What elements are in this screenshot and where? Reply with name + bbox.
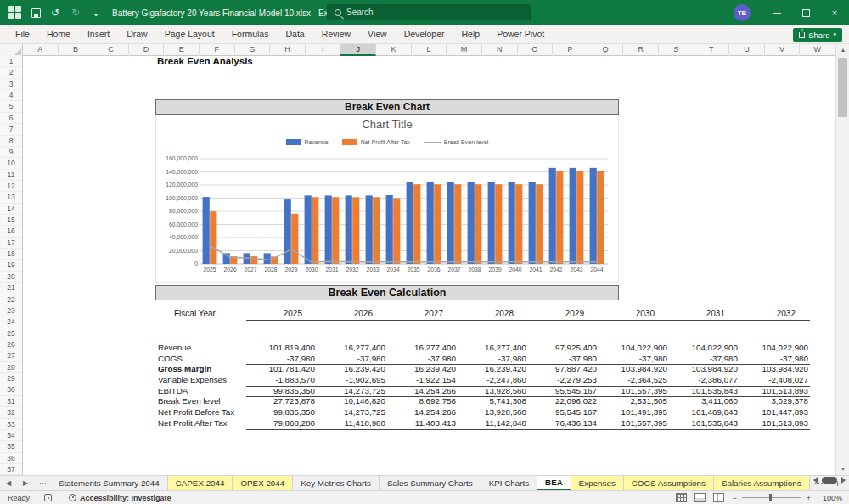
cell-variable-expenses-2031[interactable]: -2,386,077 [669,375,739,387]
cell-variable-expenses-2025[interactable]: -1,883,570 [246,375,317,387]
column-header-R[interactable]: R [623,44,659,56]
normal-view-icon[interactable] [676,493,687,502]
npat-bar-2033[interactable] [373,197,380,264]
cell-revenue-2026[interactable]: 16,277,400 [317,343,387,354]
cell-variable-expenses-2028[interactable]: -2,247,860 [458,375,528,387]
chart-title[interactable]: Chart Title [155,118,619,131]
column-header-S[interactable]: S [659,44,694,56]
restore-button[interactable] [791,0,820,25]
cell-break-even-level-2025[interactable]: 27,723,878 [246,396,317,407]
cell-net-profit-before-tax-2032[interactable]: 101,447,893 [739,407,810,418]
cell-gross-margin-2032[interactable]: 103,984,920 [739,364,810,375]
excel-logo-icon[interactable] [8,6,23,20]
row-header-37[interactable]: 37 [0,464,22,475]
year-header-2029[interactable]: 2029 [528,308,599,321]
cell-variable-expenses-2032[interactable]: -2,408,027 [739,375,810,387]
cell-ebitda-2029[interactable]: 95,545,167 [528,386,599,398]
revenue-bar-2030[interactable] [305,195,312,264]
column-header-U[interactable]: U [729,44,765,56]
all-sheets-icon[interactable]: ⋯ [34,476,51,490]
revenue-bar-2039[interactable] [488,182,495,264]
sheet-tab-cogs-assumptions[interactable]: COGS Assumptions [624,476,714,490]
ribbon-tab-power-pivot[interactable]: Power Pivot [488,25,553,43]
cell-variable-expenses-2030[interactable]: -2,364,525 [599,375,669,387]
cell-ebitda-2031[interactable]: 101,535,843 [669,386,739,398]
cell-net-profit-before-tax-2030[interactable]: 101,491,395 [599,407,669,418]
row-header-30[interactable]: 30 [0,384,22,395]
scroll-down-icon[interactable]: ▼ [836,463,849,475]
column-header-N[interactable]: N [482,44,518,56]
row-label-cogs[interactable]: COGS [158,354,246,366]
year-header-2030[interactable]: 2030 [599,308,669,321]
row-header-6[interactable]: 6 [0,113,22,124]
row-header-31[interactable]: 31 [0,396,22,407]
scroll-up-icon[interactable]: ▲ [836,44,849,56]
vertical-scrollbar[interactable]: ▲ ▼ [835,44,849,475]
row-header-19[interactable]: 19 [0,260,22,271]
row-label-net-profit-after-tax[interactable]: Net Profit After Tax [158,418,246,430]
ribbon-tab-developer[interactable]: Developer [396,25,453,43]
cell-gross-margin-2027[interactable]: 16,239,420 [387,364,458,375]
zoom-slider[interactable] [742,497,801,498]
accessibility-status[interactable]: Accessibility: Investigate [80,494,171,502]
cell-revenue-2025[interactable]: 101,819,400 [246,343,317,354]
column-header-F[interactable]: F [200,44,235,56]
revenue-bar-2038[interactable] [468,182,475,264]
cell-net-profit-after-tax-2026[interactable]: 11,418,980 [317,418,387,430]
cell-net-profit-after-tax-2029[interactable]: 76,436,134 [528,418,599,430]
npat-bar-2040[interactable] [515,184,522,264]
cell-cogs-2025[interactable]: -37,980 [246,354,317,366]
zoom-slider-thumb[interactable] [769,494,772,501]
row-header-32[interactable]: 32 [0,407,22,418]
cell-revenue-2028[interactable]: 16,277,400 [458,343,528,354]
npat-bar-2044[interactable] [597,171,604,264]
npat-bar-2037[interactable] [454,184,461,264]
row-header-25[interactable]: 25 [0,328,22,339]
revenue-bar-2032[interactable] [346,195,352,264]
cell-net-profit-before-tax-2027[interactable]: 14,254,266 [387,407,458,418]
cell-break-even-level-2031[interactable]: 3,411,060 [669,396,739,407]
horizontal-scrollbar-thumb[interactable] [822,477,837,484]
cell-revenue-2031[interactable]: 104,022,900 [669,343,739,354]
row-header-3[interactable]: 3 [0,79,22,90]
npat-bar-2039[interactable] [495,184,502,264]
row-label-gross-margin[interactable]: Gross Margin [158,364,246,375]
sheet-tab-bea[interactable]: BEA [537,476,571,490]
npat-bar-2038[interactable] [475,184,481,264]
sheet-tab-salaries-assumptions[interactable]: Salaries Assumptions [714,476,810,490]
row-label-variable-expenses[interactable]: Variable Expenses [158,375,246,387]
avatar[interactable]: TB [734,4,751,21]
close-button[interactable]: × [820,0,849,25]
customize-qat-icon[interactable]: ⌄ [90,7,102,19]
row-header-12[interactable]: 12 [0,181,22,192]
row-header-35[interactable]: 35 [0,441,22,452]
cell-ebitda-2027[interactable]: 14,254,266 [387,386,458,398]
cell-break-even-level-2028[interactable]: 5,741,308 [458,396,528,407]
cell-cogs-2028[interactable]: -37,980 [458,354,528,366]
column-header-Q[interactable]: Q [588,44,624,56]
npat-bar-2025[interactable] [210,211,216,264]
column-header-D[interactable]: D [129,44,165,56]
npat-bar-2041[interactable] [536,184,543,264]
scroll-right-icon[interactable] [841,477,846,484]
column-header-B[interactable]: B [59,44,94,56]
page-layout-view-icon[interactable] [694,493,706,502]
horizontal-scrollbar[interactable] [813,477,846,484]
minimize-button[interactable] [762,0,791,25]
zoom-in-icon[interactable]: + [807,494,811,502]
row-header-1[interactable]: 1 [0,56,22,67]
cell-break-even-level-2029[interactable]: 22,096,022 [528,396,599,407]
sheet-tab-kpi-charts[interactable]: KPI Charts [481,476,537,490]
npat-bar-2043[interactable] [576,171,583,264]
npat-bar-2029[interactable] [291,214,298,264]
ribbon-tab-draw[interactable]: Draw [118,25,156,43]
revenue-bar-2043[interactable] [570,168,576,264]
row-header-11[interactable]: 11 [0,170,22,181]
cell-net-profit-before-tax-2025[interactable]: 99,835,350 [246,407,317,418]
row-header-22[interactable]: 22 [0,294,22,305]
cell-revenue-2027[interactable]: 16,277,400 [387,343,458,354]
cell-cogs-2029[interactable]: -37,980 [528,354,599,366]
cell-ebitda-2025[interactable]: 99,835,350 [246,386,317,398]
sheet-tab-sales-summary-charts[interactable]: Sales Summary Charts [380,476,481,490]
column-header-M[interactable]: M [447,44,482,56]
